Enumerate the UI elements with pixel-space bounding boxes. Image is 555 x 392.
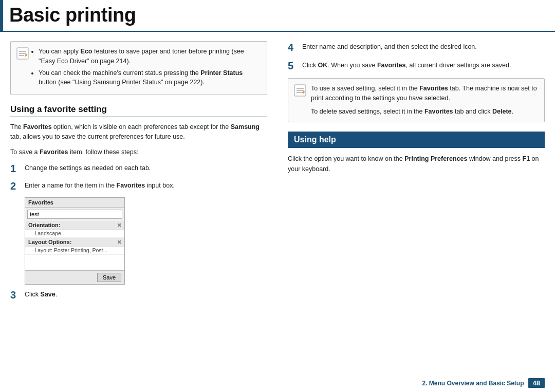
step-2: 2 Enter a name for the item in the Favor… <box>10 180 267 192</box>
step-text-3: Click Save. <box>25 289 57 300</box>
step-text-2: Enter a name for the item in the Favorit… <box>25 180 175 191</box>
step-num-3: 3 <box>10 289 25 301</box>
dialog-item-layout-header: Layout Options: ✕ <box>25 238 124 247</box>
dialog-item-orientation-header: Orientation: ✕ <box>25 221 124 230</box>
layout-close[interactable]: ✕ <box>117 239 121 245</box>
step-1: 1 Change the settings as needed on each … <box>10 162 267 175</box>
intro-para-2: To save a Favorites item, follow these s… <box>10 147 267 157</box>
right-note-box: To use a saved setting, select it in the… <box>288 78 545 122</box>
step-text-1: Change the settings as needed on each ta… <box>25 162 151 173</box>
right-note-icon <box>293 84 307 97</box>
footer-label: 2. Menu Overview and Basic Setup <box>422 380 524 387</box>
dialog-input[interactable] <box>27 210 122 219</box>
steps-4-5: 4 Enter name and description, and then s… <box>288 41 545 72</box>
top-note-box: You can apply Eco features to save paper… <box>10 41 267 95</box>
step-num-4: 4 <box>288 41 302 53</box>
step-num-2: 2 <box>10 180 25 192</box>
dialog-title: Favorites <box>25 198 124 208</box>
page-title: Basic printing <box>3 0 136 31</box>
note-bullet-1: You can apply Eco features to save paper… <box>39 47 260 66</box>
dialog-item-poster: - Layout: Poster Printing, Post... <box>25 247 124 255</box>
orientation-label: Orientation: <box>28 222 60 228</box>
page-footer: 2. Menu Overview and Basic Setup 48 <box>422 378 545 388</box>
main-content: You can apply Eco features to save paper… <box>0 41 555 306</box>
intro-para-1: The Favorites option, which is visible o… <box>10 122 267 142</box>
favorites-dialog: Favorites Orientation: ✕ - Landscape Lay… <box>25 197 125 285</box>
note-icon <box>16 47 29 60</box>
step-5: 5 Click OK. When you save Favorites, all… <box>288 60 545 72</box>
dialog-empty-space <box>25 255 124 270</box>
note-bullet-2: You can check the machine's current stat… <box>39 68 260 88</box>
dialog-footer: Save <box>25 270 124 284</box>
step-4: 4 Enter name and description, and then s… <box>288 41 545 53</box>
right-note-line-1: To use a saved setting, select it in the… <box>311 84 537 104</box>
left-column: You can apply Eco features to save paper… <box>10 41 283 306</box>
steps-1-3: 1 Change the settings as needed on each … <box>10 162 267 301</box>
right-column: 4 Enter name and description, and then s… <box>283 41 545 306</box>
step-num-5: 5 <box>288 60 302 72</box>
page-header: Basic printing <box>0 0 555 32</box>
step-text-5: Click OK. When you save Favorites, all c… <box>302 60 511 70</box>
dialog-save-button[interactable]: Save <box>97 273 121 282</box>
step-3: 3 Click Save. <box>10 289 267 301</box>
step-num-1: 1 <box>10 162 25 175</box>
layout-label: Layout Options: <box>28 239 71 245</box>
step-text-4: Enter name and description, and then sel… <box>302 41 477 52</box>
using-help-text: Click the option you want to know on the… <box>288 154 545 174</box>
section-heading-favorites: Using a favorite setting <box>10 104 267 117</box>
note-bullet-list: You can apply Eco features to save paper… <box>33 47 260 87</box>
footer-page-number: 48 <box>528 378 545 388</box>
using-help-header: Using help <box>288 132 545 148</box>
right-note-line-2: To delete saved settings, select it in t… <box>311 107 537 117</box>
dialog-item-landscape: - Landscape <box>25 230 124 238</box>
orientation-close[interactable]: ✕ <box>117 222 121 228</box>
